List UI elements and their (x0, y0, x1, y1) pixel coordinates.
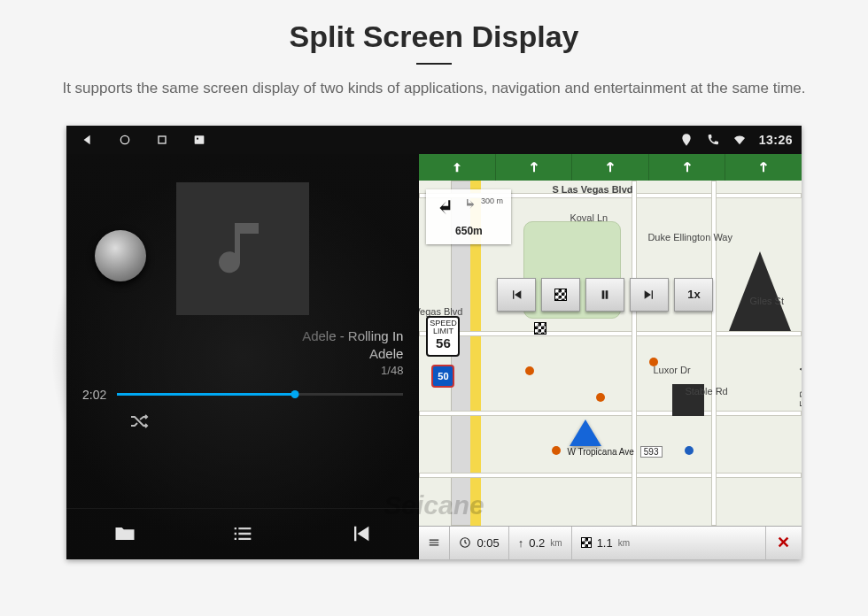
track-info: Adele - Rolling In Adele 1/48 (82, 327, 403, 379)
lane-guidance-bar (419, 154, 802, 181)
label-s-las-vegas: S Las Vegas Blvd (552, 184, 632, 195)
address-chip: W Tropicana Ave593 (561, 446, 662, 457)
page-title: Split Screen Display (0, 0, 868, 54)
folder-button[interactable] (112, 521, 137, 546)
back-icon[interactable] (81, 133, 95, 147)
svg-rect-2 (195, 135, 205, 143)
speed-limit-sign: SPEED LIMIT 56 (426, 316, 460, 357)
playback-rate-button[interactable]: 1x (674, 278, 713, 312)
svg-point-3 (197, 138, 198, 140)
location-icon (679, 133, 694, 147)
label-luxor: Luxor Dr (653, 365, 690, 375)
android-statusbar: 13:26 (66, 126, 802, 154)
map-prev-button[interactable] (497, 278, 536, 312)
current-position-icon (570, 420, 601, 446)
turn-panel: 300 m 650m (426, 189, 511, 244)
lane-1 (419, 154, 496, 181)
elapsed-time: 2:02 (82, 388, 106, 402)
label-koval: Koval Ln (570, 212, 608, 223)
lane-3 (572, 154, 649, 181)
music-player-pane: Adele - Rolling In Adele 1/48 2:02 (66, 154, 419, 559)
label-duke: Duke Ellington Way (647, 232, 732, 243)
device-screenshot: 13:26 Adele - Rolling In Adele 1/48 2:02 (66, 126, 802, 559)
play-disc-button[interactable] (95, 230, 146, 281)
label-reno: E Reno Ave (798, 356, 802, 407)
title-divider (416, 63, 452, 65)
eta: 0:05 (450, 527, 508, 559)
recent-icon[interactable] (155, 133, 169, 147)
picture-icon (192, 133, 206, 147)
track-index: 1/48 (82, 363, 403, 379)
svg-point-0 (120, 135, 128, 143)
turn-right-icon (461, 196, 477, 223)
map-flag-button[interactable] (541, 278, 580, 312)
home-icon[interactable] (118, 133, 132, 147)
map-next-button[interactable] (630, 278, 669, 312)
label-stable: Stable Rd (685, 386, 727, 397)
map-media-controls: 1x (497, 278, 713, 312)
lane-4 (649, 154, 726, 181)
lane-5 (725, 154, 802, 181)
map-pause-button[interactable] (585, 278, 624, 312)
svg-rect-1 (159, 136, 166, 143)
progress-bar[interactable] (117, 393, 403, 396)
label-giles: Giles St (749, 296, 784, 306)
wifi-icon (732, 133, 747, 147)
track-title: Adele - Rolling In (82, 327, 403, 345)
heading: ↑0.2km (509, 527, 572, 559)
previous-track-button[interactable] (348, 521, 373, 546)
turn-left-icon (435, 196, 458, 223)
playlist-button[interactable] (230, 521, 255, 546)
track-artist: Adele (82, 345, 403, 363)
phone-icon (706, 133, 720, 147)
lane-2 (496, 154, 573, 181)
menu-button[interactable] (419, 527, 450, 559)
navigation-pane: S Las Vegas Blvd Koval Ln Duke Ellington… (419, 154, 802, 559)
next-turn-meta: 300 m (481, 196, 503, 205)
turn-distance: 650m (455, 225, 483, 237)
route-shield: 50 (431, 365, 454, 388)
remaining-distance: 1.1km (572, 527, 766, 559)
album-art (176, 182, 309, 315)
music-note-icon (211, 215, 275, 282)
close-nav-button[interactable]: ✕ (766, 527, 802, 559)
nav-bottom-bar: 0:05 ↑0.2km 1.1km ✕ (419, 526, 802, 559)
checkered-flag-icon (534, 322, 546, 335)
clock: 13:26 (759, 133, 793, 147)
page-subtitle: It supports the same screen display of t… (0, 79, 868, 99)
shuffle-icon[interactable] (128, 411, 150, 435)
